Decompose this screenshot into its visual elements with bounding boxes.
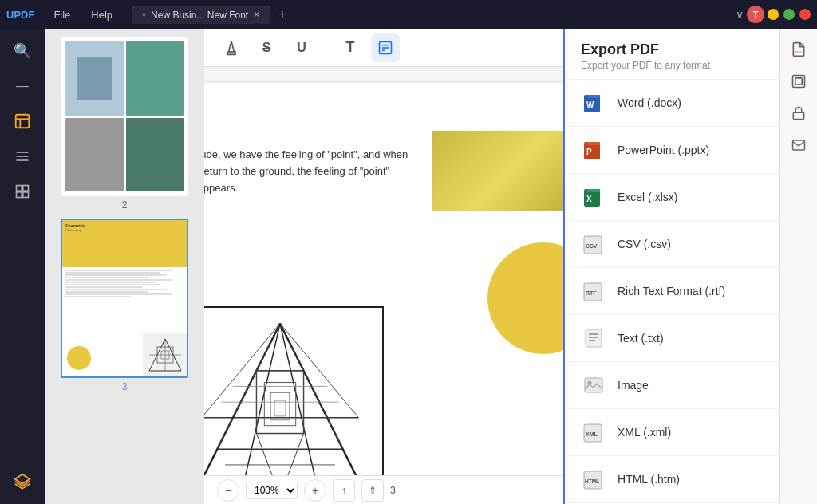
svg-text:X: X: [586, 195, 592, 203]
sidebar-pages[interactable]: [6, 175, 38, 207]
svg-rect-70: [792, 76, 804, 88]
nav-top-button[interactable]: ⇑: [361, 479, 384, 502]
geometric-art-box: [204, 306, 384, 475]
word-label: Word (.docx): [618, 96, 681, 109]
powerpoint-icon: P: [581, 137, 606, 163]
p3-circle: [67, 346, 91, 370]
menu-file[interactable]: File: [45, 7, 78, 22]
p3-subtitle: Philosophy: [65, 228, 184, 232]
export-title: Export PDF: [581, 41, 763, 58]
csv-label: CSV (.csv): [618, 238, 671, 250]
minimize-button[interactable]: —: [768, 9, 779, 20]
rtf-label: Rich Text Format (.rtf): [618, 285, 725, 297]
pdf-page: altitude, we have the feeling of "point"…: [204, 83, 563, 475]
bottom-bar: − 100% 75% 50% 125% 150% + ↑ ⇑ 3: [204, 475, 563, 504]
html-label: HTML (.htm): [618, 473, 680, 486]
avatar[interactable]: T: [747, 6, 764, 23]
nav-up-icon: ↑: [341, 485, 346, 496]
excel-label: Excel (.xlsx): [618, 191, 677, 203]
image-label: Image: [618, 379, 649, 392]
powerpoint-label: PowerPoint (.pptx): [618, 144, 709, 156]
svg-rect-0: [16, 115, 30, 128]
nav-up-button[interactable]: ↑: [333, 479, 355, 502]
main-area: 🔍 —: [0, 29, 817, 504]
thumb-img-3: Geometric Philosophy: [61, 219, 188, 378]
tab-doc-icon: ▾: [142, 10, 146, 19]
xml-icon: XML: [581, 419, 606, 445]
export-powerpoint[interactable]: P PowerPoint (.pptx): [565, 127, 779, 174]
sidebar-minus[interactable]: —: [6, 70, 38, 102]
strikethrough-icon: S: [262, 41, 271, 55]
svg-rect-71: [795, 78, 801, 85]
export-rtf[interactable]: RTF Rich Text Format (.rtf): [565, 268, 779, 315]
tab-close-button[interactable]: ✕: [253, 10, 260, 20]
export-list: W Word (.docx) P PowerPoint (.pptx): [565, 80, 779, 504]
sidebar-search[interactable]: 🔍: [6, 35, 38, 67]
right-scan-icon[interactable]: [784, 67, 813, 96]
text-icon: T: [346, 39, 355, 56]
zoom-in-button[interactable]: +: [304, 479, 326, 502]
svg-rect-38: [274, 400, 286, 416]
svg-rect-36: [264, 383, 295, 426]
pdf-image-placeholder: [432, 131, 563, 211]
underline-icon: U: [297, 41, 306, 55]
tab-title: New Busin... New Font: [151, 10, 248, 21]
strikethrough-tool-button[interactable]: S: [252, 33, 281, 62]
zoom-select[interactable]: 100% 75% 50% 125% 150%: [246, 482, 298, 499]
svg-rect-8: [17, 192, 22, 198]
text-icon: [581, 325, 606, 351]
highlight-tool-button[interactable]: [217, 33, 246, 62]
pdf-viewport[interactable]: altitude, we have the feeling of "point"…: [204, 67, 563, 475]
svg-rect-59: [586, 329, 602, 347]
sidebar-edit[interactable]: [6, 105, 38, 137]
right-pdf-icon[interactable]: PDF: [784, 35, 813, 64]
svg-rect-50: [587, 142, 600, 145]
title-bar: UPDF File Help ▾ New Busin... New Font ✕…: [0, 0, 817, 29]
export-xml[interactable]: XML XML (.xml): [565, 409, 779, 456]
svg-text:XML: XML: [586, 431, 598, 437]
csv-icon: CSV: [581, 231, 606, 257]
textbox-tool-button[interactable]: [371, 33, 400, 62]
export-image[interactable]: Image: [565, 362, 779, 409]
export-text[interactable]: Text (.txt): [565, 315, 779, 362]
thumbnail-page-3[interactable]: Geometric Philosophy: [51, 219, 198, 392]
svg-rect-72: [793, 112, 804, 119]
right-lock-icon[interactable]: [784, 99, 813, 128]
page3-thumb-content: Geometric Philosophy: [62, 220, 187, 376]
export-html[interactable]: HTML HTML (.htm): [565, 456, 779, 503]
thumbnail-panel: 2 Geometric Philosophy: [45, 29, 204, 504]
svg-rect-7: [23, 186, 29, 191]
svg-text:P: P: [586, 148, 592, 156]
export-word[interactable]: W Word (.docx): [565, 80, 779, 127]
export-csv[interactable]: CSV CSV (.csv): [565, 221, 779, 268]
right-mail-icon[interactable]: [784, 131, 813, 159]
tab-new-business[interactable]: ▾ New Busin... New Font ✕: [132, 6, 270, 24]
export-subtitle: Export your PDF to any format: [581, 60, 763, 71]
content-area: S U T altitude, we have the feeling: [204, 29, 563, 504]
zoom-out-button[interactable]: −: [217, 479, 239, 502]
app-logo: UPDF: [6, 9, 34, 21]
tab-area: ▾ New Busin... New Font ✕ +: [132, 6, 731, 24]
text-tool-button[interactable]: T: [336, 33, 365, 62]
sidebar-layers[interactable]: [6, 466, 38, 498]
tab-add-button[interactable]: +: [274, 7, 290, 22]
close-button[interactable]: ✕: [799, 9, 811, 20]
export-excel[interactable]: X Excel (.xlsx): [565, 174, 779, 221]
left-sidebar: 🔍 —: [0, 29, 45, 504]
svg-text:PDF: PDF: [795, 50, 802, 54]
title-controls: ∨ T — ❐ ✕: [736, 6, 811, 23]
maximize-button[interactable]: ❐: [783, 9, 795, 20]
nav-top-icon: ⇑: [369, 485, 377, 496]
excel-icon: X: [581, 184, 606, 210]
title-dropdown[interactable]: ∨: [736, 8, 744, 21]
p3-geo: [143, 333, 187, 376]
underline-tool-button[interactable]: U: [287, 33, 316, 62]
svg-line-43: [280, 434, 304, 475]
menu-help[interactable]: Help: [83, 7, 120, 22]
svg-rect-53: [587, 189, 600, 192]
sidebar-list[interactable]: [6, 140, 38, 172]
thumb-num-2: 2: [122, 199, 128, 211]
text-label: Text (.txt): [618, 332, 664, 345]
thumb-num-3: 3: [122, 381, 128, 392]
thumbnail-page-2[interactable]: 2: [51, 37, 198, 211]
